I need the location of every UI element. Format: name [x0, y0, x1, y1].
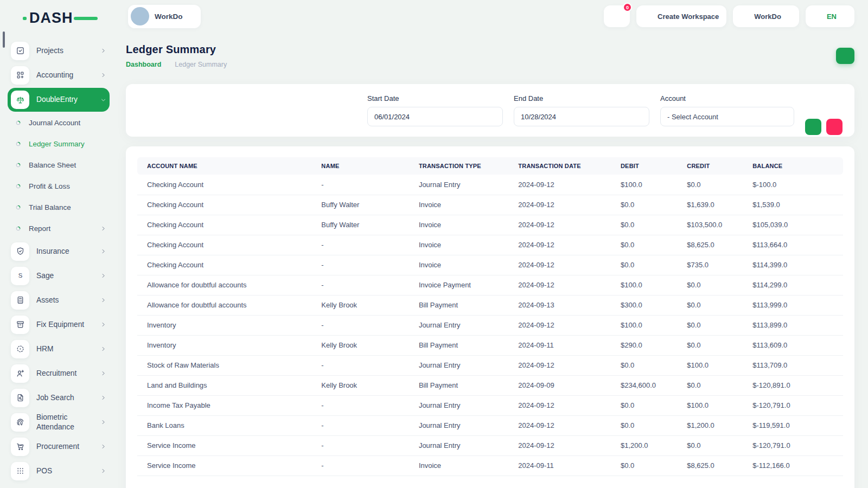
cell-credit: $103,500.0	[677, 215, 743, 235]
sidebar-item-job-search[interactable]: Job Search	[8, 386, 110, 410]
cell-name: -	[311, 275, 409, 295]
checkbox-icon	[16, 46, 25, 55]
start-date-label: Start Date	[367, 94, 503, 102]
sidebar-item-fix-equipment[interactable]: Fix Equipment	[8, 312, 110, 337]
cell-balance: $114,299.0	[743, 275, 843, 295]
messages-button[interactable]: 0	[604, 5, 630, 27]
cell-transaction-date: 2024-09-12	[508, 195, 611, 215]
chevron-down-icon	[841, 14, 847, 20]
start-date-input[interactable]	[367, 107, 503, 126]
breadcrumb-dashboard-link[interactable]: Dashboard	[126, 61, 161, 68]
language-selector[interactable]: EN	[806, 5, 854, 27]
chat-icon	[612, 12, 622, 21]
cell-debit: $0.0	[611, 415, 677, 435]
sidebar-scrollbar[interactable]	[3, 31, 5, 48]
table-row: Checking Account-Journal Entry2024-09-12…	[137, 175, 843, 195]
cell-transaction-type: Invoice	[409, 215, 508, 235]
sidebar-item-label: Procurement	[36, 442, 100, 451]
cell-balance: $113,709.0	[743, 355, 843, 375]
breadcrumb: Dashboard Ledger Summary	[126, 61, 227, 68]
logo-bar-decor	[74, 17, 98, 20]
cell-account-name: Checking Account	[137, 255, 311, 275]
start-date-field-group: Start Date	[367, 94, 503, 126]
cell-debit: $1,200.0	[611, 435, 677, 455]
sidebar-item-procurement[interactable]: Procurement	[8, 434, 110, 459]
sidebar-item-sage[interactable]: SSage	[8, 264, 110, 288]
sidebar-item-trial-balance[interactable]: Trial Balance	[8, 197, 110, 218]
cell-transaction-type: Journal Entry	[409, 415, 508, 435]
sidebar-item-pos[interactable]: POS	[8, 459, 110, 483]
sidebar-item-accounting[interactable]: Accounting	[8, 63, 110, 87]
reset-filter-button[interactable]	[826, 119, 843, 135]
create-workspace-button[interactable]: Create Workspace	[636, 5, 726, 27]
sidebar-item-label: Accounting	[36, 70, 100, 80]
workspace-avatar	[131, 7, 149, 25]
sidebar-item-doubleentry[interactable]: DoubleEntry	[8, 88, 110, 112]
sidebar-item-report[interactable]: Report	[8, 218, 110, 239]
workspace-menu-button[interactable]: WorkDo	[733, 5, 799, 27]
cell-credit: $100.0	[677, 395, 743, 415]
cell-account-name: Allowance for doubtful accounts	[137, 275, 311, 295]
cell-transaction-date: 2024-09-12	[508, 315, 611, 335]
download-button[interactable]	[836, 48, 854, 64]
cell-debit: $0.0	[611, 255, 677, 275]
cart-icon	[16, 442, 25, 451]
cell-transaction-date: 2024-09-12	[508, 235, 611, 255]
cell-balance: $-120,891.0	[743, 375, 843, 395]
table-row: Checking Account-Invoice2024-09-12$0.0$8…	[137, 235, 843, 255]
sidebar-item-biometric-attendance[interactable]: Biometric Attendance	[8, 410, 110, 434]
cell-credit: $1,639.0	[677, 195, 743, 215]
column-header-debit: DEBIT	[611, 157, 677, 175]
chevron-right-icon	[100, 322, 106, 328]
cell-debit: $290.0	[611, 335, 677, 355]
chevron-right-icon	[100, 468, 106, 474]
logo-text: DASH	[29, 10, 73, 26]
table-row: Allowance for doubtful accountsKelly Bro…	[137, 295, 843, 315]
sidebar-item-hrm[interactable]: HRM	[8, 337, 110, 361]
column-header-transaction-type: TRANSACTION TYPE	[409, 157, 508, 175]
chevron-down-icon	[781, 113, 787, 120]
search-icon	[809, 123, 818, 131]
bullet-icon	[15, 141, 21, 147]
account-label: Account	[660, 94, 794, 102]
dots-grid-icon	[16, 466, 25, 476]
sidebar-item-assets[interactable]: Assets	[8, 288, 110, 312]
cell-account-name: Checking Account	[137, 215, 311, 235]
sidebar-icon-box	[11, 389, 29, 407]
sidebar-icon-box: S	[11, 267, 29, 285]
sidebar-icon-box	[11, 413, 29, 432]
search-button[interactable]	[805, 119, 821, 135]
sidebar-icon-box	[11, 66, 29, 85]
cell-balance: $113,609.0	[743, 335, 843, 355]
app-logo[interactable]: DASH	[29, 10, 89, 27]
sidebar-item-ledger-summary[interactable]: Ledger Summary	[8, 133, 110, 155]
account-select[interactable]: - Select Account	[660, 107, 794, 126]
sidebar-item-insurance[interactable]: Insurance	[8, 239, 110, 264]
topbar-actions: 0 Create Workspace WorkDo EN	[604, 5, 854, 27]
plus-circle-icon	[644, 12, 653, 21]
start-date-input-wrap	[367, 107, 503, 126]
cell-debit: $0.0	[611, 195, 677, 215]
sidebar-item-profit-loss[interactable]: Profit & Loss	[8, 176, 110, 197]
table-body: Checking Account-Journal Entry2024-09-12…	[137, 175, 843, 476]
sidebar-item-recruitment[interactable]: Recruitment	[8, 361, 110, 386]
cell-transaction-date: 2024-09-11	[508, 455, 611, 476]
end-date-input[interactable]	[514, 107, 649, 126]
sidebar-item-label: Balance Sheet	[29, 161, 106, 169]
cell-transaction-type: Journal Entry	[409, 315, 508, 335]
sidebar-item-label: Projects	[36, 46, 100, 55]
chevron-right-icon	[100, 419, 106, 425]
chevron-down-icon	[786, 14, 792, 20]
sidebar-icon-box	[11, 364, 29, 383]
cell-transaction-type: Invoice	[409, 195, 508, 215]
cell-account-name: Stock of Raw Materials	[137, 355, 311, 375]
workspace-selector[interactable]: WorkDo	[128, 5, 201, 28]
sidebar-item-journal-account[interactable]: Journal Account	[8, 112, 110, 133]
sidebar-item-projects[interactable]: Projects	[8, 38, 110, 63]
sidebar-item-label: HRM	[36, 344, 100, 354]
sidebar-item-balance-sheet[interactable]: Balance Sheet	[8, 155, 110, 176]
cell-name: Kelly Brook	[311, 375, 409, 395]
sidebar-item-label: Insurance	[36, 247, 100, 256]
cell-account-name: Checking Account	[137, 175, 311, 195]
chevron-right-icon	[100, 48, 106, 54]
